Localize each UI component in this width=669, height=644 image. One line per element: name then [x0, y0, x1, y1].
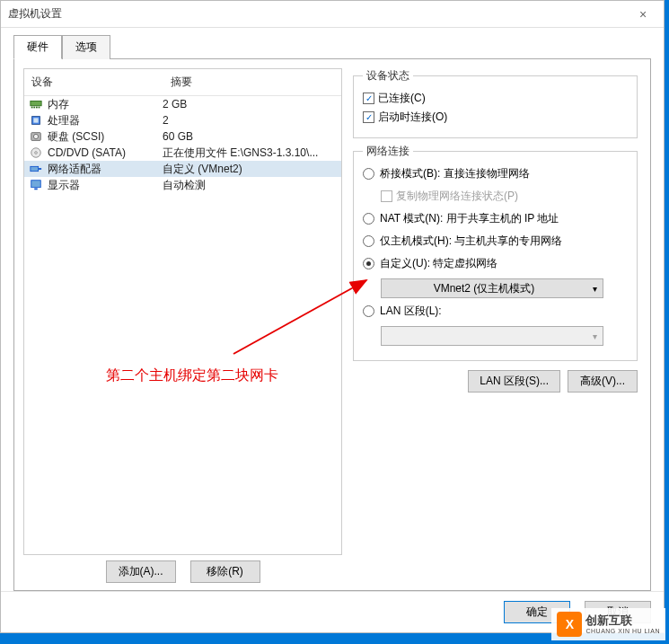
- advanced-button[interactable]: 高级(V)...: [568, 370, 638, 393]
- svg-rect-0: [31, 101, 41, 106]
- svg-rect-4: [39, 107, 40, 109]
- device-summary: 2: [163, 114, 341, 127]
- device-row-memory[interactable]: 内存2 GB: [24, 96, 341, 112]
- disk-icon: [28, 129, 44, 144]
- svg-point-8: [33, 134, 38, 138]
- titlebar: 虚拟机设置 ×: [1, 1, 664, 28]
- device-status-group: 设备状态 已连接(C) 启动时连接(O): [353, 68, 638, 138]
- device-list: 设备 摘要 内存2 GB处理器2硬盘 (SCSI)60 GBCD/DVD (SA…: [23, 68, 342, 555]
- device-row-net[interactable]: 网络适配器自定义 (VMnet2): [24, 161, 341, 177]
- device-name: 显示器: [48, 178, 163, 193]
- device-summary: 自动检测: [163, 178, 341, 193]
- network-connection-legend: 网络连接: [363, 144, 413, 159]
- svg-rect-11: [31, 166, 39, 171]
- radio-nat-label: NAT 模式(N): 用于共享主机的 IP 地址: [380, 211, 559, 226]
- list-header: 设备 摘要: [24, 69, 341, 96]
- chevron-down-icon: ▾: [586, 284, 603, 294]
- connected-checkbox[interactable]: [363, 93, 374, 104]
- svg-rect-3: [36, 107, 38, 109]
- svg-rect-1: [31, 107, 33, 109]
- custom-network-value: VMnet2 (仅主机模式): [382, 281, 586, 296]
- svg-rect-14: [34, 189, 38, 190]
- svg-rect-6: [33, 118, 38, 122]
- svg-point-10: [35, 152, 38, 154]
- radio-hostonly-label: 仅主机模式(H): 与主机共享的专用网络: [380, 234, 562, 249]
- connect-at-poweron-label: 启动时连接(O): [378, 110, 447, 125]
- custom-network-dropdown[interactable]: VMnet2 (仅主机模式) ▾: [381, 278, 603, 298]
- brand-watermark: X 创新互联 CHUANG XIN HU LIAN: [551, 608, 665, 640]
- radio-lan-label: LAN 区段(L):: [380, 304, 442, 319]
- radio-lan-segment[interactable]: [363, 305, 374, 317]
- net-icon: [28, 162, 44, 176]
- tab-options[interactable]: 选项: [62, 35, 110, 59]
- brand-icon: X: [557, 612, 582, 637]
- lan-segments-button[interactable]: LAN 区段(S)...: [468, 370, 560, 393]
- replicate-checkbox: [381, 190, 392, 202]
- radio-bridged[interactable]: [363, 168, 374, 180]
- radio-nat[interactable]: [363, 213, 374, 225]
- device-name: 处理器: [48, 113, 163, 128]
- cd-icon: [28, 146, 44, 160]
- annotation-text: 第二个主机绑定第二块网卡: [106, 366, 278, 385]
- device-name: CD/DVD (SATA): [48, 146, 163, 159]
- svg-rect-12: [39, 168, 42, 170]
- close-icon[interactable]: ×: [629, 7, 656, 22]
- device-name: 内存: [48, 97, 163, 112]
- radio-custom[interactable]: [363, 258, 374, 269]
- svg-rect-13: [31, 181, 41, 188]
- memory-icon: [28, 97, 44, 111]
- tab-hardware[interactable]: 硬件: [13, 35, 62, 59]
- remove-button[interactable]: 移除(R): [190, 560, 260, 583]
- device-summary: 正在使用文件 E:\GNS3-1.3.10\...: [163, 146, 341, 161]
- device-summary: 自定义 (VMnet2): [163, 162, 341, 177]
- radio-custom-label: 自定义(U): 特定虚拟网络: [380, 256, 497, 271]
- brand-sub: CHUANG XIN HU LIAN: [585, 628, 660, 635]
- replicate-label: 复制物理网络连接状态(P): [396, 189, 518, 204]
- device-row-disk[interactable]: 硬盘 (SCSI)60 GB: [24, 128, 341, 145]
- device-status-legend: 设备状态: [363, 68, 413, 84]
- brand-name: 创新互联: [585, 613, 660, 628]
- device-name: 硬盘 (SCSI): [48, 129, 163, 145]
- device-summary: 60 GB: [163, 130, 341, 143]
- window-title: 虚拟机设置: [8, 6, 629, 22]
- radio-bridged-label: 桥接模式(B): 直接连接物理网络: [380, 166, 530, 181]
- device-summary: 2 GB: [163, 98, 341, 110]
- device-row-cd[interactable]: CD/DVD (SATA)正在使用文件 E:\GNS3-1.3.10\...: [24, 145, 341, 161]
- svg-rect-2: [33, 107, 35, 109]
- network-connection-group: 网络连接 桥接模式(B): 直接连接物理网络 复制物理网络连接状态(P) NAT…: [353, 144, 638, 361]
- add-button[interactable]: 添加(A)...: [106, 560, 176, 583]
- col-summary[interactable]: 摘要: [163, 69, 341, 95]
- radio-hostonly[interactable]: [363, 235, 374, 247]
- device-name: 网络适配器: [48, 162, 163, 177]
- chevron-down-icon: ▾: [586, 331, 603, 341]
- lan-segment-dropdown: ▾: [381, 326, 603, 346]
- cpu-icon: [28, 113, 44, 128]
- device-row-cpu[interactable]: 处理器2: [24, 112, 341, 128]
- col-device[interactable]: 设备: [24, 69, 163, 95]
- connect-at-poweron-checkbox[interactable]: [363, 111, 374, 123]
- connected-label: 已连接(C): [378, 91, 426, 106]
- device-row-display[interactable]: 显示器自动检测: [24, 177, 341, 193]
- display-icon: [28, 178, 44, 192]
- tab-strip: 硬件 选项: [13, 35, 651, 59]
- tab-panel-hardware: 设备 摘要 内存2 GB处理器2硬盘 (SCSI)60 GBCD/DVD (SA…: [13, 58, 651, 591]
